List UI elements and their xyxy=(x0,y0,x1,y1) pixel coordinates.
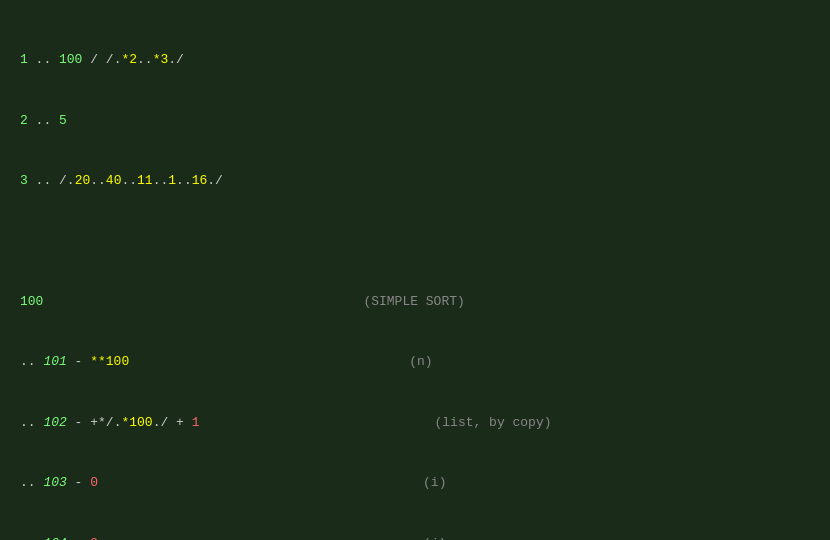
line-3: 3 .. /.20..40..11..1..16./ xyxy=(20,171,830,191)
line-100-103: .. 103 - 0(i) xyxy=(20,473,830,493)
line-num-2: 2 xyxy=(20,111,36,131)
code-editor: 1 .. 100 / /.*2..*3./ 2 .. 5 3 .. /.20..… xyxy=(20,10,830,540)
line-2: 2 .. 5 xyxy=(20,111,830,131)
line-num-1: 1 xyxy=(20,50,36,70)
line-1: 1 .. 100 / /.*2..*3./ xyxy=(20,50,830,70)
line-100-header: 100(SIMPLE SORT) xyxy=(20,292,830,312)
line-100-102: .. 102 - +*/.*100./ + 1(list, by copy) xyxy=(20,413,830,433)
blank-1 xyxy=(20,232,830,252)
line-num-3: 3 xyxy=(20,171,36,191)
line-100-104: .. 104 - 0(j) xyxy=(20,534,830,540)
line-100-101: .. 101 - **100(n) xyxy=(20,352,830,372)
